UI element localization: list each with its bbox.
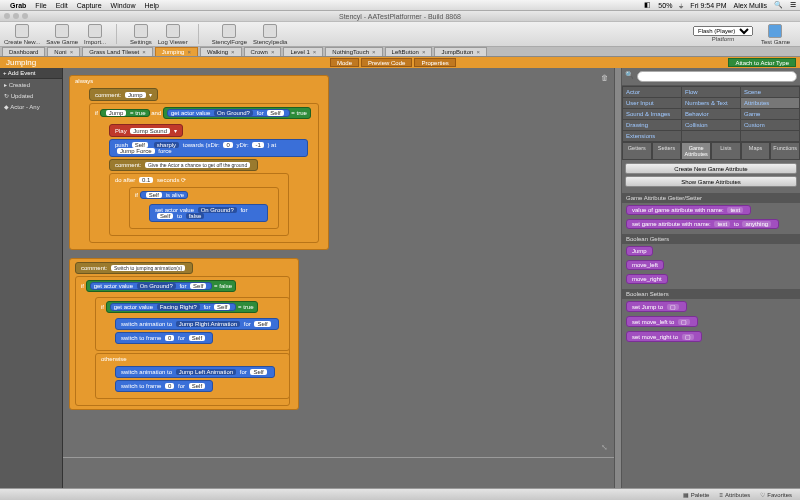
- menu-help[interactable]: Help: [145, 2, 159, 9]
- ptab-lists[interactable]: Lists: [711, 142, 741, 160]
- cat-actor[interactable]: Actor: [623, 87, 681, 97]
- cat-drawing[interactable]: Drawing: [623, 120, 681, 130]
- ptab-setters[interactable]: Setters: [652, 142, 682, 160]
- close-icon[interactable]: ×: [422, 49, 426, 55]
- tool-pedia[interactable]: Stencylpedia: [253, 24, 287, 45]
- menu-window[interactable]: Window: [111, 2, 136, 9]
- mode-button[interactable]: Mode: [330, 58, 359, 67]
- do-after-block[interactable]: do after 0.1 seconds ⟳ if Self is alive …: [109, 173, 289, 236]
- tool-forge[interactable]: StencylForge: [212, 24, 247, 45]
- cat-attributes[interactable]: Attributes: [741, 98, 799, 108]
- if-block[interactable]: if get actor value Facing Right? for Sel…: [95, 297, 290, 351]
- pill-set-attr[interactable]: set game attribute with name: text to an…: [626, 219, 779, 229]
- tab-dashboard[interactable]: Dashboard: [2, 47, 45, 56]
- preview-code-button[interactable]: Preview Code: [361, 58, 412, 67]
- close-icon[interactable]: ×: [231, 49, 235, 55]
- comment-block[interactable]: comment: Switch to jumping animation(s): [75, 262, 193, 274]
- cat-ext[interactable]: Extensions: [623, 131, 681, 141]
- tab-jumpbtn[interactable]: JumpButton×: [434, 47, 487, 56]
- comment-block[interactable]: comment: Jump ▾: [89, 88, 158, 101]
- test-game-button[interactable]: Test Game: [761, 24, 790, 45]
- tool-save[interactable]: Save Game: [46, 24, 78, 45]
- otherwise-block[interactable]: otherwise switch animation to Jump Left …: [95, 353, 290, 399]
- tab-nothing[interactable]: NothingTouch×: [325, 47, 382, 56]
- event-created[interactable]: ▸ Created: [0, 79, 62, 90]
- platform-select[interactable]: Flash (Player) Platform: [693, 26, 753, 42]
- if-block[interactable]: if Jump = true and get actor value On Gr…: [89, 103, 319, 243]
- attributes-toggle[interactable]: ≡ Attributes: [719, 492, 750, 498]
- event-updated[interactable]: ↻ Updated: [0, 90, 62, 101]
- block-canvas[interactable]: always comment: Jump ▾ if Jump = true an…: [63, 68, 614, 488]
- attach-actor-button[interactable]: Attach to Actor Type: [728, 58, 796, 67]
- spotlight-icon[interactable]: 🔍: [774, 1, 783, 9]
- palette-search-input[interactable]: [637, 71, 797, 82]
- pill-move-left[interactable]: move_left: [626, 260, 664, 270]
- menu-capture[interactable]: Capture: [77, 2, 102, 9]
- ptab-getters[interactable]: Getters: [622, 142, 652, 160]
- add-event-button[interactable]: + Add Event: [0, 68, 62, 79]
- event-actor-any[interactable]: ◆ Actor - Any: [0, 101, 62, 112]
- tab-level1[interactable]: Level 1×: [283, 47, 323, 56]
- close-icon[interactable]: ×: [70, 49, 74, 55]
- comment-block[interactable]: comment: Give the Actor a chance to get …: [109, 159, 258, 171]
- pill-set-move-right[interactable]: set move_right to ▢: [626, 331, 702, 342]
- switch-anim-block[interactable]: switch animation to Jump Left Animation …: [115, 366, 275, 378]
- tool-import[interactable]: Import...: [84, 24, 106, 45]
- ptab-maps[interactable]: Maps: [741, 142, 771, 160]
- menu-file[interactable]: File: [35, 2, 46, 9]
- resize-icon[interactable]: ⤡: [601, 443, 608, 452]
- equals-block[interactable]: get actor value On Ground? for Self = tr…: [163, 107, 311, 119]
- switch-frame-block[interactable]: switch to frame 0 for Self: [115, 380, 213, 392]
- pill-set-move-left[interactable]: set move_left to ▢: [626, 316, 698, 327]
- switch-anim-block[interactable]: switch animation to Jump Right Animation…: [115, 318, 279, 330]
- pill-set-jump[interactable]: set Jump to ▢: [626, 301, 687, 312]
- pill-jump[interactable]: Jump: [626, 246, 653, 256]
- cat-collision[interactable]: Collision: [682, 120, 740, 130]
- cat-scene[interactable]: Scene: [741, 87, 799, 97]
- pill-get-attr[interactable]: value of game attribute with name: text: [626, 205, 751, 215]
- ptab-gameattr[interactable]: Game Attributes: [681, 142, 711, 160]
- cat-sound[interactable]: Sound & Images: [623, 109, 681, 119]
- notif-icon[interactable]: ☰: [790, 1, 796, 9]
- favorites-toggle[interactable]: ♡ Favorites: [760, 491, 792, 498]
- traffic-lights[interactable]: [4, 13, 28, 19]
- tab-walking[interactable]: Walking×: [200, 47, 242, 56]
- palette-toggle[interactable]: ▦ Palette: [683, 491, 710, 498]
- always-block[interactable]: always comment: Jump ▾ if Jump = true an…: [69, 75, 329, 250]
- switch-frame-block[interactable]: switch to frame 0 for Self: [115, 332, 213, 344]
- ptab-funcs[interactable]: Functions: [770, 142, 800, 160]
- tab-jumping[interactable]: Jumping×: [155, 47, 198, 56]
- push-block[interactable]: push Self sharply towards (xDir: 0 yDir:…: [109, 139, 308, 157]
- tab-noni[interactable]: Noni×: [47, 47, 80, 56]
- cat-behavior[interactable]: Behavior: [682, 109, 740, 119]
- panel-divider[interactable]: [614, 68, 622, 488]
- tool-create[interactable]: Create New...: [4, 24, 40, 45]
- equals-block[interactable]: Jump = true: [100, 109, 150, 117]
- get-value-block[interactable]: get actor value On Ground? for Self: [167, 109, 290, 117]
- if-block[interactable]: if Self is alive set actor value On Grou…: [129, 187, 279, 229]
- tool-settings[interactable]: Settings: [130, 24, 152, 45]
- user-name[interactable]: Alex Mullis: [734, 2, 767, 9]
- close-icon[interactable]: ×: [271, 49, 275, 55]
- cat-flow[interactable]: Flow: [682, 87, 740, 97]
- trash-icon[interactable]: 🗑: [601, 74, 608, 81]
- close-icon[interactable]: ×: [313, 49, 317, 55]
- menu-edit[interactable]: Edit: [56, 2, 68, 9]
- if-block[interactable]: if get actor value On Ground? for Self =…: [75, 276, 290, 406]
- show-attr-button[interactable]: Show Game Attributes: [625, 176, 797, 187]
- close-icon[interactable]: ×: [476, 49, 480, 55]
- cat-numbers[interactable]: Numbers & Text: [682, 98, 740, 108]
- properties-button[interactable]: Properties: [414, 58, 455, 67]
- tool-log[interactable]: Log Viewer: [158, 24, 188, 45]
- cat-game[interactable]: Game: [741, 109, 799, 119]
- close-icon[interactable]: ×: [142, 49, 146, 55]
- close-icon[interactable]: ×: [372, 49, 376, 55]
- set-value-block[interactable]: set actor value On Ground? for Self to f…: [149, 204, 268, 222]
- pill-move-right[interactable]: move_right: [626, 274, 668, 284]
- tab-tileset[interactable]: Grass Land Tileset×: [82, 47, 153, 56]
- block-group[interactable]: comment: Switch to jumping animation(s) …: [69, 258, 299, 410]
- play-sound-block[interactable]: Play Jump Sound ▾: [109, 124, 183, 137]
- close-icon[interactable]: ×: [187, 49, 191, 55]
- create-attr-button[interactable]: Create New Game Attribute: [625, 163, 797, 174]
- app-name[interactable]: Grab: [10, 2, 26, 9]
